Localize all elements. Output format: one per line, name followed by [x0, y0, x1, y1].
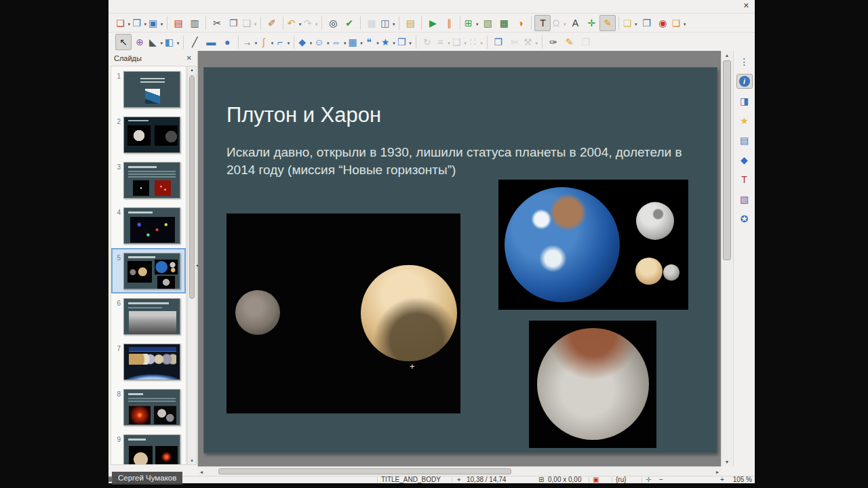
scroll-up-icon[interactable]: ▴ [188, 67, 196, 73]
insert-ole-object-button[interactable]: ❒ [638, 15, 654, 31]
menu-window[interactable] [201, 5, 212, 9]
insert-image-button[interactable]: ▧ [479, 15, 496, 31]
vertical-scrollbar[interactable]: ▴ ▾ [721, 51, 732, 466]
slide-thumbnail-9[interactable]: 9 [111, 430, 186, 465]
insert-line-tool[interactable]: ╱ [186, 34, 203, 50]
lines-arrows-tool[interactable]: → [241, 34, 258, 50]
ellipse-tool[interactable]: ● [219, 34, 235, 50]
insert-fontwork-button[interactable]: ✛ [583, 15, 599, 31]
insert-chart-button[interactable]: ◑ [512, 15, 528, 31]
slide-thumbnail-6[interactable]: 6 [111, 293, 186, 339]
styles-deck-button[interactable]: T [736, 172, 753, 187]
slide-thumbnail-1[interactable]: 1 [111, 66, 186, 112]
display-grid-button[interactable]: ▦ [363, 15, 380, 31]
new-slide-button[interactable]: ⊞ [463, 15, 479, 31]
horizontal-scrollbar[interactable]: ◂ ▸ [198, 466, 721, 476]
menu-help[interactable] [212, 5, 222, 9]
insert-comment-button[interactable]: ❏ [622, 15, 638, 31]
find-replace-button[interactable]: ◎ [325, 15, 341, 31]
3d-objects-tool[interactable]: ❒ [397, 34, 413, 50]
paste-button[interactable]: ❑ [241, 15, 258, 31]
insert-textbox-button[interactable]: T [534, 15, 551, 31]
glue-points-tool[interactable]: ✎ [561, 34, 578, 50]
unsaved-changes-icon[interactable]: ▣ [593, 476, 599, 483]
window-close-icon[interactable]: ✕ [743, 1, 749, 10]
menu-insert[interactable] [146, 5, 157, 9]
undo-button[interactable]: ↶ [286, 15, 302, 31]
special-character-button[interactable]: Ω [551, 15, 567, 31]
toggle-extrusion-tool[interactable]: ❒ [578, 34, 594, 50]
zoom-level[interactable]: 105 % [733, 476, 752, 483]
slide-canvas[interactable]: Плутон и Харон Искали давно, открыли в 1… [204, 68, 717, 453]
gallery-deck-button[interactable]: ▧ [736, 192, 753, 207]
block-arrows-tool[interactable]: ⇔ [331, 34, 348, 50]
cut-button[interactable]: ✂ [209, 15, 225, 31]
master-slides-deck-button[interactable]: ▤ [736, 133, 753, 148]
flowchart-tool[interactable]: ▦ [348, 34, 364, 50]
open-button[interactable]: ❒ [132, 15, 148, 31]
navigator-deck-button[interactable]: ✪ [736, 211, 753, 226]
points-tool[interactable]: ✑ [545, 34, 561, 50]
animation-deck-button[interactable]: ★ [736, 113, 753, 128]
slide-title-textbox[interactable]: Плутон и Харон [226, 103, 381, 127]
distribute-tool[interactable]: ∷ [468, 34, 484, 50]
slide-thumbnail-2[interactable]: 2 [111, 112, 186, 157]
align-tool[interactable]: ≡ [435, 34, 452, 50]
print-button[interactable]: ▥ [186, 15, 203, 31]
stars-tool[interactable]: ★ [380, 34, 397, 50]
shapes-deck-button[interactable]: ◆ [736, 152, 753, 167]
menu-slideshow[interactable] [179, 5, 190, 9]
rotate-tool[interactable]: ↻ [419, 34, 435, 50]
copy-button[interactable]: ❐ [225, 15, 241, 31]
fit-slide-icon[interactable]: ✛ [646, 476, 651, 483]
save-button[interactable]: ▣ [148, 15, 164, 31]
fill-color-tool[interactable]: ◧ [164, 34, 180, 50]
menu-format[interactable] [157, 5, 168, 9]
sidebar-settings-button[interactable]: ⋮ [736, 54, 753, 69]
pluto-charon-photo[interactable] [226, 214, 460, 413]
scroll-left-icon[interactable]: ◂ [200, 469, 203, 475]
comments-toggle-button[interactable]: ◉ [654, 15, 671, 31]
earth-moon-pluto-comparison-photo[interactable] [498, 180, 688, 310]
menu-view[interactable] [136, 5, 146, 9]
scroll-down-icon[interactable]: ▾ [722, 459, 732, 465]
charon-closeup-photo[interactable] [529, 321, 656, 448]
spelling-button[interactable]: ✔ [341, 15, 357, 31]
zoom-in-button[interactable]: + [720, 476, 724, 483]
insert-media-button[interactable]: ▩ [496, 15, 512, 31]
new-document-button[interactable]: ❏ [115, 15, 132, 31]
transformations-tool[interactable]: ◣ [148, 34, 164, 50]
scrollbar-thumb[interactable] [723, 60, 731, 260]
menu-tools[interactable] [190, 5, 201, 9]
slide-thumbnail-3[interactable]: 3 [111, 157, 186, 203]
symbol-shapes-tool[interactable]: ☺ [313, 34, 330, 50]
freeform-line-button[interactable]: ✎ [599, 15, 616, 31]
slide-thumbnail-4[interactable]: 4 [111, 203, 186, 248]
scrollbar-thumb[interactable] [218, 468, 511, 474]
slide-thumbnail-7[interactable]: 7 [111, 339, 186, 384]
slides-panel-scrollbar[interactable]: ▴ ▾ [187, 66, 197, 465]
menu-edit[interactable] [125, 5, 136, 9]
curve-tool[interactable]: ʃ [258, 34, 275, 50]
rectangle-tool[interactable]: ▬ [203, 34, 219, 50]
slides-panel-close-icon[interactable]: ✕ [186, 54, 192, 62]
basic-shapes-tool[interactable]: ◆ [297, 34, 313, 50]
scroll-up-icon[interactable]: ▴ [722, 52, 732, 58]
start-from-first-slide-button[interactable]: ▶ [425, 15, 441, 31]
zoom-pan-tool[interactable]: ⊕ [132, 34, 148, 50]
menu-file[interactable] [114, 5, 125, 9]
redo-button[interactable]: ↷ [302, 15, 319, 31]
character-dialog-button[interactable]: A [567, 15, 583, 31]
scroll-right-icon[interactable]: ▸ [716, 469, 719, 475]
menu-slide[interactable] [168, 5, 179, 9]
callouts-tool[interactable]: ❝ [364, 34, 380, 50]
zoom-out-button[interactable]: − [659, 476, 663, 483]
select-tool[interactable]: ↖ [115, 34, 132, 50]
connector-tool[interactable]: ⌐ [275, 34, 291, 50]
slide-thumbnail-5[interactable]: 5 [111, 248, 186, 293]
slide-body-textbox[interactable]: Искали давно, открыли в 1930, лишили ста… [226, 144, 685, 179]
display-views-button[interactable]: ◫ [380, 15, 396, 31]
clone-formatting-button[interactable]: ✐ [264, 15, 280, 31]
header-footer-button[interactable]: ❏ [671, 15, 687, 31]
filter-tool[interactable]: ⚒ [523, 34, 539, 50]
